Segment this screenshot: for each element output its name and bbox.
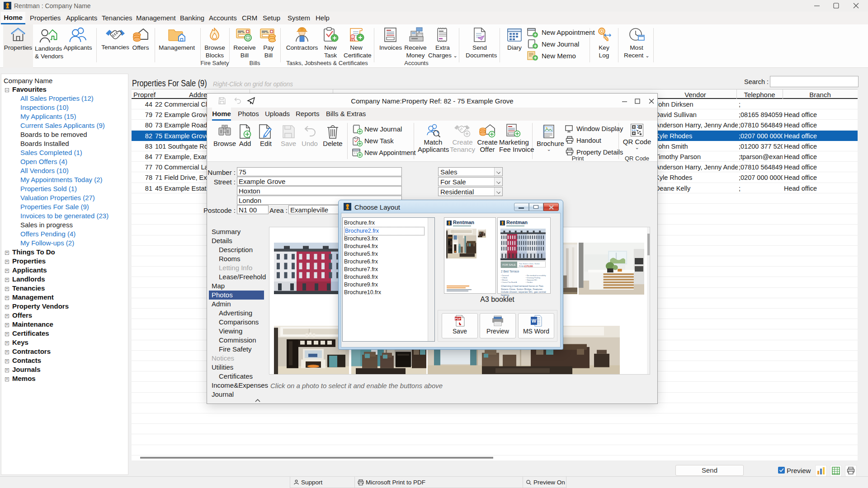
svg-text:W: W — [532, 318, 537, 324]
svg-text:PDF: PDF — [455, 317, 461, 320]
